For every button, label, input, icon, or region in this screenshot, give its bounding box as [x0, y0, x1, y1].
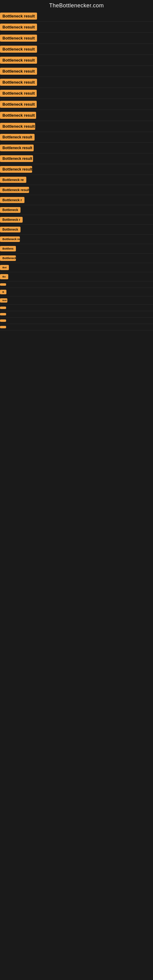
bottom-spacer — [0, 331, 153, 392]
bottleneck-badge[interactable]: Bottleneck — [0, 207, 21, 213]
bottleneck-badge[interactable]: Bottleneck r — [0, 217, 22, 223]
bottleneck-badge[interactable]: Bot — [0, 265, 9, 270]
bottleneck-badge[interactable] — [0, 307, 6, 309]
bottleneck-badge[interactable]: Bottleneck result — [0, 123, 35, 130]
bottleneck-row: Bo — [0, 272, 153, 282]
bottleneck-row: Bottleneck r — [0, 195, 153, 205]
bottleneck-badge[interactable]: B — [0, 290, 6, 294]
bottleneck-row: Bottleneck result — [0, 132, 153, 143]
bottleneck-badge[interactable]: Bottleneck result — [0, 90, 37, 97]
bottleneck-row: Bottleneck result — [0, 33, 153, 44]
bottleneck-badge[interactable]: Bottleneck result — [0, 145, 33, 151]
bottleneck-badge[interactable]: Bottleneck result — [0, 134, 35, 140]
bottleneck-badge[interactable]: Bottleneck — [0, 227, 21, 232]
bottleneck-badge[interactable]: Bottleneck — [0, 255, 16, 261]
bottleneck-badge[interactable]: Bottleneck res — [0, 236, 20, 242]
bottleneck-row: Bottleneck — [0, 205, 153, 215]
bottleneck-row: Bottleneck result — [0, 22, 153, 33]
bottleneck-row: Bottleneck r — [0, 215, 153, 225]
bottleneck-badge[interactable]: Bottleneck result — [0, 187, 29, 193]
bottleneck-row: Bottleneck — [0, 225, 153, 235]
bottleneck-badge[interactable]: Bottleneck result — [0, 57, 37, 64]
bottleneck-row: Bottleneck result — [0, 77, 153, 88]
bottleneck-badge[interactable]: Bottleneck result — [0, 24, 37, 30]
bottleneck-badge[interactable]: Bottleneck result — [0, 35, 37, 41]
bottleneck-badge[interactable] — [0, 320, 6, 322]
bottleneck-badge[interactable]: Bottleneck result — [0, 79, 37, 86]
bottleneck-badge[interactable]: Bottleneck result — [0, 112, 36, 119]
bottleneck-row: Bottleneck — [0, 254, 153, 263]
bottleneck-row: Bottlens — [0, 244, 153, 254]
bottleneck-row: Bottleneck result — [0, 55, 153, 66]
bottleneck-row: Bottleneck result — [0, 11, 153, 22]
bottleneck-badge[interactable] — [0, 313, 6, 315]
bottleneck-row: Bottleneck res — [0, 235, 153, 244]
bottleneck-badge[interactable]: Bo — [0, 274, 8, 279]
bottleneck-row: Bottleneck result — [0, 185, 153, 195]
bottleneck-row: Bottleneck result — [0, 164, 153, 175]
bottleneck-row: Bottleneck result — [0, 143, 153, 153]
bottleneck-badge[interactable]: Bottleneck r — [0, 197, 24, 203]
bottleneck-badge[interactable]: Bottleneck result — [0, 155, 33, 162]
bottleneck-badge[interactable]: Bottleneck re — [0, 177, 26, 183]
bottleneck-row: Bottleneck result — [0, 99, 153, 110]
bottleneck-row — [0, 318, 153, 324]
bottleneck-row: B — [0, 288, 153, 296]
bottleneck-list: Bottleneck resultBottleneck resultBottle… — [0, 11, 153, 331]
bottleneck-badge[interactable]: Bottleneck result — [0, 13, 37, 20]
bottleneck-badge[interactable] — [0, 326, 6, 328]
bottleneck-row — [0, 311, 153, 318]
bottleneck-badge[interactable]: Bottlens — [0, 246, 16, 251]
bottleneck-badge[interactable]: Bottleneck result — [0, 101, 37, 108]
bottleneck-badge[interactable] — [0, 283, 6, 286]
bottleneck-row: Bottleneck result — [0, 121, 153, 132]
bottleneck-badge[interactable]: Bottleneck result — [0, 46, 37, 52]
bottleneck-row: Bottl — [0, 296, 153, 305]
bottleneck-row: Bottleneck re — [0, 175, 153, 185]
bottleneck-row: Bottleneck result — [0, 153, 153, 164]
bottleneck-row: Bottleneck result — [0, 66, 153, 77]
bottleneck-badge[interactable]: Bottleneck result — [0, 68, 37, 75]
bottleneck-row — [0, 305, 153, 311]
bottleneck-row: Bottleneck result — [0, 44, 153, 55]
bottleneck-row: Bottleneck result — [0, 110, 153, 121]
bottleneck-badge[interactable]: Bottleneck result — [0, 166, 32, 173]
site-title: TheBottlenecker.com — [0, 0, 153, 11]
bottleneck-row — [0, 282, 153, 288]
bottleneck-badge[interactable]: Bottl — [0, 298, 7, 302]
bottleneck-row: Bottleneck result — [0, 88, 153, 99]
bottleneck-row — [0, 324, 153, 331]
bottleneck-row: Bot — [0, 263, 153, 272]
